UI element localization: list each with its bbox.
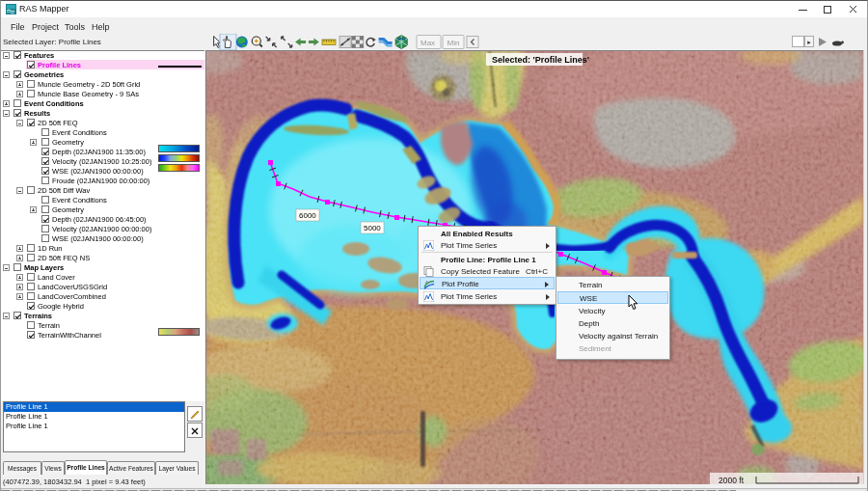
svg-text:5000: 5000 xyxy=(364,224,381,232)
svg-text:Min: Min xyxy=(448,39,460,47)
svg-text:Selected: 'Profile Lines': Selected: 'Profile Lines' xyxy=(492,55,589,65)
svg-text:Max: Max xyxy=(420,39,435,47)
svg-text:6000: 6000 xyxy=(299,211,316,220)
svg-text:2000 ft: 2000 ft xyxy=(719,476,745,484)
